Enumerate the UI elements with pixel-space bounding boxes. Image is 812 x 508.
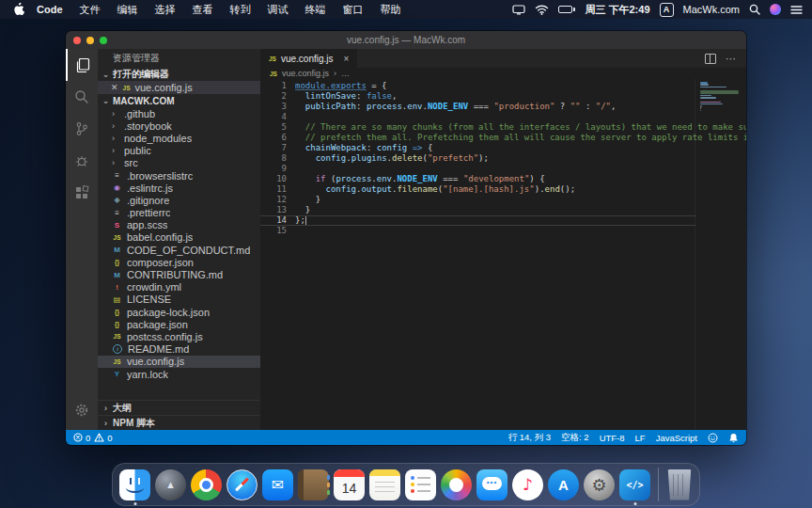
input-method-icon[interactable]: A bbox=[660, 3, 674, 17]
chrome-dock-icon[interactable] bbox=[191, 469, 222, 500]
menu-[interactable]: 查看 bbox=[184, 3, 222, 17]
feedback-smiley-icon[interactable] bbox=[708, 433, 718, 443]
tree-item-code-of-conduct-md[interactable]: MCODE_OF_CONDUCT.md bbox=[98, 244, 260, 256]
menu-[interactable]: 窗口 bbox=[335, 3, 372, 17]
tree-item-gitignore[interactable]: ◆.gitignore bbox=[98, 194, 260, 206]
open-editors-section[interactable]: ⌄ 打开的编辑器 bbox=[98, 68, 260, 81]
tree-item-contributing-md[interactable]: MCONTRIBUTING.md bbox=[98, 268, 260, 280]
preferences-dock-icon[interactable] bbox=[584, 469, 615, 500]
safari-dock-icon[interactable] bbox=[226, 469, 258, 500]
reminders-dock-icon[interactable] bbox=[405, 469, 436, 500]
close-icon[interactable]: ✕ bbox=[111, 83, 118, 92]
display-icon[interactable] bbox=[512, 5, 525, 15]
code-line-3[interactable]: 3 publicPath: process.env.NODE_ENV === "… bbox=[260, 102, 746, 112]
code-line-8[interactable]: 8 config.plugins.delete("prefetch"); bbox=[260, 153, 746, 164]
breadcrumb[interactable]: JS vue.config.js › … bbox=[260, 68, 746, 79]
code-line-2[interactable]: 2 lintOnSave: false, bbox=[260, 91, 746, 102]
indentation-status[interactable]: 空格: 2 bbox=[561, 432, 589, 444]
contacts-dock-icon[interactable] bbox=[298, 469, 329, 500]
tree-item-crowdin-yml[interactable]: !crowdin.yml bbox=[98, 281, 260, 294]
launchpad-dock-icon[interactable] bbox=[155, 469, 186, 500]
tree-item-license[interactable]: ▤LICENSE bbox=[98, 294, 260, 306]
zoom-window-button[interactable] bbox=[100, 37, 107, 44]
vscode-dock-icon[interactable] bbox=[619, 469, 650, 500]
photos-dock-icon[interactable] bbox=[441, 469, 472, 500]
tree-item-src[interactable]: ›src bbox=[98, 157, 260, 169]
tree-item-app-scss[interactable]: Sapp.scss bbox=[98, 219, 260, 231]
encoding-status[interactable]: UTF-8 bbox=[600, 433, 625, 443]
cursor-position-status[interactable]: 行 14, 列 3 bbox=[508, 432, 551, 444]
project-section-header[interactable]: ⌄ MACWK.COM bbox=[98, 94, 260, 107]
messages-dock-icon[interactable] bbox=[476, 469, 508, 500]
tree-item-package-lock-json[interactable]: {}package-lock.json bbox=[98, 306, 260, 318]
menu-[interactable]: 文件 bbox=[71, 3, 109, 17]
menu-[interactable]: 选择 bbox=[147, 3, 184, 17]
language-mode-status[interactable]: JavaScript bbox=[656, 433, 697, 443]
menu-[interactable]: 终端 bbox=[297, 3, 335, 17]
tree-item-babel-config-js[interactable]: JSbabel.config.js bbox=[98, 231, 260, 244]
battery-icon[interactable] bbox=[558, 6, 575, 13]
mail-dock-icon[interactable] bbox=[262, 469, 293, 500]
calendar-dock-icon[interactable]: 14 bbox=[334, 469, 365, 500]
menu-[interactable]: 帮助 bbox=[372, 3, 410, 17]
window-titlebar[interactable]: vue.config.js — MacWk.com bbox=[66, 31, 746, 49]
source-control-icon[interactable] bbox=[66, 113, 98, 145]
warnings-status[interactable]: 0 bbox=[94, 433, 112, 443]
tree-item-readme-md[interactable]: iREADME.md bbox=[98, 343, 260, 356]
search-icon[interactable] bbox=[749, 4, 760, 15]
split-editor-icon[interactable] bbox=[705, 54, 716, 64]
menubar-clock[interactable]: 周三 下午2:49 bbox=[585, 3, 649, 17]
code-line-12[interactable]: 12 } bbox=[260, 195, 746, 205]
tree-item-storybook[interactable]: ›.storybook bbox=[98, 119, 260, 132]
code-line-4[interactable]: 4 bbox=[260, 112, 746, 122]
code-line-11[interactable]: 11 config.output.filename("[name].[hash]… bbox=[260, 184, 746, 195]
tree-item-postcss-config-js[interactable]: JSpostcss.config.js bbox=[98, 330, 260, 342]
code-line-15[interactable]: 15 bbox=[260, 226, 746, 236]
menu-[interactable]: 调试 bbox=[259, 3, 297, 17]
appstore-dock-icon[interactable] bbox=[548, 469, 579, 500]
errors-status[interactable]: 0 bbox=[73, 433, 90, 443]
tree-item-eslintrc-js[interactable]: ◉.eslintrc.js bbox=[98, 182, 260, 194]
tree-item-node-modules[interactable]: ›node_modules bbox=[98, 132, 260, 144]
menu-[interactable]: 编辑 bbox=[109, 3, 147, 17]
apple-menu[interactable] bbox=[9, 3, 28, 16]
itunes-dock-icon[interactable] bbox=[512, 469, 543, 500]
tree-item-package-json[interactable]: {}package.json bbox=[98, 318, 260, 330]
code-editor[interactable]: 1module.exports = {2 lintOnSave: false,3… bbox=[260, 79, 746, 430]
tree-item-composer-json[interactable]: {}composer.json bbox=[98, 256, 260, 268]
minimap[interactable] bbox=[700, 82, 741, 114]
open-editor-item[interactable]: ✕ JS vue.config.js bbox=[98, 81, 260, 94]
siri-icon[interactable] bbox=[770, 4, 781, 15]
more-actions-icon[interactable]: ⋯ bbox=[726, 53, 737, 65]
minimize-window-button[interactable] bbox=[86, 37, 94, 44]
manage-gear-icon[interactable] bbox=[66, 394, 98, 426]
tree-item-github[interactable]: ›.github bbox=[98, 107, 260, 119]
notification-center-icon[interactable] bbox=[790, 5, 803, 15]
tree-item-prettierrc[interactable]: ≡.prettierrc bbox=[98, 207, 260, 219]
trash-dock-icon[interactable] bbox=[666, 469, 693, 500]
eol-status[interactable]: LF bbox=[635, 433, 646, 443]
notes-dock-icon[interactable] bbox=[369, 469, 400, 500]
tab-close-icon[interactable]: × bbox=[344, 54, 350, 64]
tab-vue-config-js[interactable]: JS vue.config.js × bbox=[260, 49, 357, 68]
code-line-7[interactable]: 7 chainWebpack: config => { bbox=[260, 143, 746, 153]
explorer-icon[interactable] bbox=[66, 49, 98, 81]
notifications-bell-icon[interactable] bbox=[728, 433, 739, 443]
code-line-1[interactable]: 1module.exports = { bbox=[260, 81, 746, 91]
tree-item-vue-config-js[interactable]: JSvue.config.js bbox=[98, 356, 260, 368]
menubar-status-label[interactable]: MacWk.com bbox=[683, 4, 741, 15]
npm-scripts-section[interactable]: › NPM 脚本 bbox=[98, 415, 260, 430]
code-line-5[interactable]: 5 // There are so many chunks (from all … bbox=[260, 122, 746, 133]
finder-dock-icon[interactable] bbox=[119, 469, 150, 500]
extensions-icon[interactable] bbox=[66, 177, 98, 209]
menu-[interactable]: 转到 bbox=[222, 3, 259, 17]
code-line-14[interactable]: 14}; bbox=[260, 215, 695, 226]
tree-item-public[interactable]: ›public bbox=[98, 145, 260, 157]
tree-item-yarn-lock[interactable]: Yyarn.lock bbox=[98, 368, 260, 380]
wifi-icon[interactable] bbox=[535, 5, 549, 15]
outline-section[interactable]: › 大纲 bbox=[98, 400, 260, 415]
search-view-icon[interactable] bbox=[66, 81, 98, 113]
tree-item-browserslistrc[interactable]: ≡.browserslistrc bbox=[98, 169, 260, 182]
code-line-13[interactable]: 13 } bbox=[260, 205, 746, 215]
code-line-9[interactable]: 9 bbox=[260, 164, 746, 174]
